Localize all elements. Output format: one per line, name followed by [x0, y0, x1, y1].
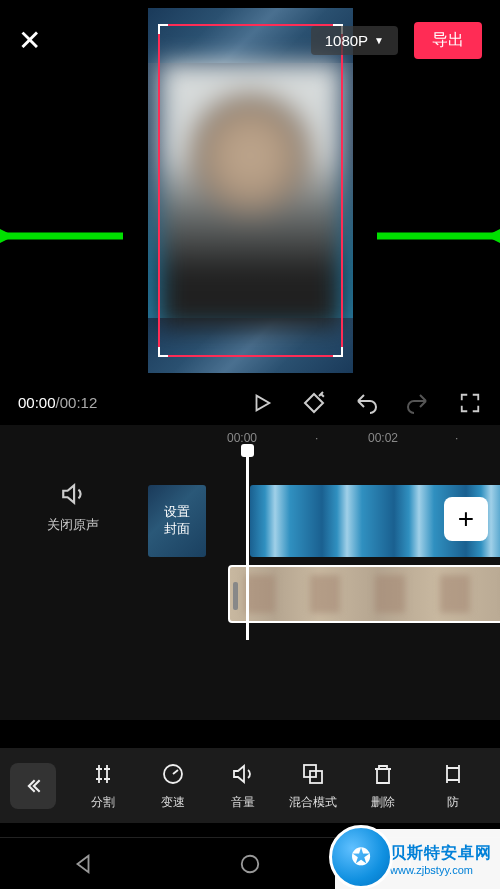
watermark-title: 贝斯特安卓网 — [390, 843, 492, 864]
mute-original-button[interactable]: 关闭原声 — [0, 480, 145, 534]
watermark-url: www.zjbstyy.com — [390, 864, 492, 876]
undo-button[interactable] — [354, 391, 378, 415]
keyframe-button[interactable] — [302, 391, 326, 415]
tool-label: 防 — [447, 794, 459, 811]
tool-label: 删除 — [371, 794, 395, 811]
resolution-selector[interactable]: 1080P ▼ — [311, 26, 398, 55]
timeline[interactable]: 00:00 · 00:02 · 关闭原声 设置 封面 + — [0, 425, 500, 720]
video-track-overlay[interactable] — [228, 565, 500, 623]
fullscreen-button[interactable] — [458, 391, 482, 415]
selection-box[interactable] — [158, 24, 343, 357]
mute-label: 关闭原声 — [0, 516, 145, 534]
delete-icon — [370, 761, 396, 787]
resolution-value: 1080P — [325, 32, 368, 49]
export-button[interactable]: 导出 — [414, 22, 482, 59]
watermark: ✪ 贝斯特安卓网 www.zjbstyy.com — [335, 829, 500, 889]
tool-volume[interactable]: 音量 — [208, 761, 278, 811]
shield-icon — [440, 761, 466, 787]
close-button[interactable]: ✕ — [18, 24, 41, 57]
bottom-toolbar: 分割 变速 音量 混合模式 删除 防 — [0, 748, 500, 823]
redo-button — [406, 391, 430, 415]
set-cover-button[interactable]: 设置 封面 — [148, 485, 206, 557]
ruler-mark: 00:00 — [227, 431, 257, 445]
collapse-toolbar-button[interactable] — [10, 763, 56, 809]
arrow-left-annotation — [0, 218, 128, 254]
ruler-tick: · — [315, 431, 318, 445]
chevron-down-icon: ▼ — [374, 35, 384, 46]
tool-split[interactable]: 分割 — [68, 761, 138, 811]
nav-home-button[interactable] — [230, 844, 270, 884]
tool-label: 变速 — [161, 794, 185, 811]
watermark-logo-icon: ✪ — [329, 825, 393, 889]
speaker-icon — [59, 480, 87, 508]
playhead[interactable] — [246, 450, 249, 640]
tool-label: 混合模式 — [289, 794, 337, 811]
svg-point-7 — [242, 855, 259, 872]
ruler-mark: 00:02 — [368, 431, 398, 445]
volume-icon — [230, 761, 256, 787]
add-clip-button[interactable]: + — [444, 497, 488, 541]
speed-icon — [160, 761, 186, 787]
tool-label: 音量 — [231, 794, 255, 811]
timecode: 00:00/00:12 — [18, 394, 97, 411]
play-button[interactable] — [250, 391, 274, 415]
tool-delete[interactable]: 删除 — [348, 761, 418, 811]
split-icon — [90, 761, 116, 787]
tool-label: 分割 — [91, 794, 115, 811]
blend-icon — [300, 761, 326, 787]
tool-blend[interactable]: 混合模式 — [278, 761, 348, 811]
ruler-tick: · — [455, 431, 458, 445]
tool-prevent[interactable]: 防 — [418, 761, 488, 811]
cover-label: 设置 封面 — [164, 504, 190, 538]
nav-back-button[interactable] — [63, 844, 103, 884]
tool-speed[interactable]: 变速 — [138, 761, 208, 811]
svg-line-3 — [321, 394, 324, 397]
arrow-right-annotation — [372, 218, 500, 254]
